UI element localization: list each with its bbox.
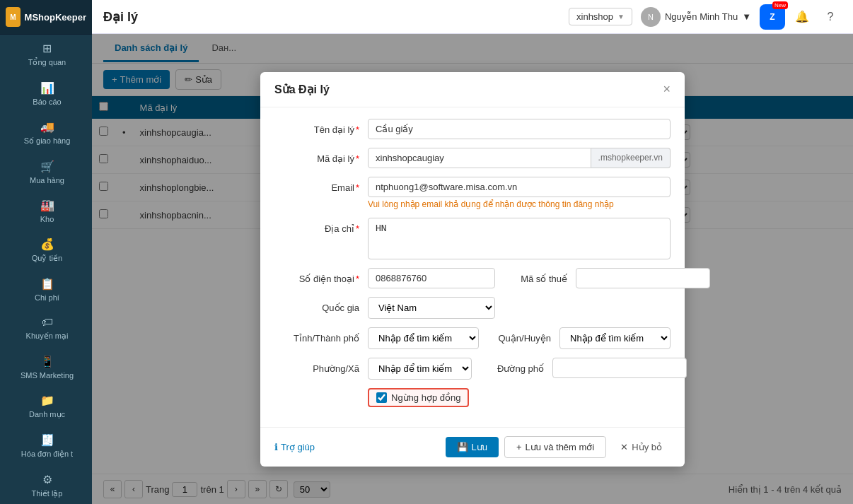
email-input[interactable] [368, 177, 671, 197]
sidebar-item-chi-phi[interactable]: 📋 Chi phí [0, 270, 92, 309]
grid-icon: ⊞ [42, 42, 52, 55]
modal-overlay: Sửa Đại lý × Tên đại lý* [92, 34, 853, 504]
sidebar-label: Báo cáo [33, 98, 61, 106]
warehouse-icon: 🏭 [40, 199, 54, 212]
sidebar-item-hoa-don[interactable]: 🧾 Hóa đơn điện t [0, 426, 92, 466]
so-dien-thoai-input[interactable] [368, 268, 495, 288]
quoc-gia-label: Quốc gia [274, 297, 359, 313]
form-row-ten: Tên đại lý* [274, 119, 671, 139]
expense-icon: 📋 [40, 277, 54, 291]
cancel-label: Hủy bỏ [632, 442, 662, 452]
sidebar-item-khuyen-mai[interactable]: 🏷 Khuyến mại [0, 309, 92, 348]
user-name: Nguyễn Minh Thu [665, 11, 738, 22]
save-icon: 💾 [457, 442, 468, 452]
store-name: xinhshop [576, 11, 613, 22]
ngung-hop-dong-label[interactable]: Ngừng hợp đồng [391, 392, 460, 403]
sidebar-item-quy-tien[interactable]: 💰 Quỹ tiền [0, 230, 92, 270]
sidebar-label: Số giao hàng [24, 136, 71, 146]
sidebar-item-mua-hang[interactable]: 🛒 Mua hàng [0, 153, 92, 192]
page-title: Đại lý [103, 9, 560, 25]
duong-pho-input[interactable] [552, 358, 687, 378]
sidebar-item-danh-muc[interactable]: 📁 Danh mục [0, 387, 92, 426]
form-row-dia-chi: Địa chỉ* HN [274, 218, 671, 259]
form-row-ma: Mã đại lý* .mshopkeeper.vn [274, 148, 671, 168]
app-logo: M MShopKeeper [0, 0, 92, 35]
tinh-tp-label: Tỉnh/Thành phố [274, 327, 359, 344]
save-label: Lưu [472, 442, 487, 452]
form-row-email: Email* Vui lòng nhập email khả dụng để n… [274, 177, 671, 209]
sidebar-item-sms-marketing[interactable]: 📱 SMS Marketing [0, 348, 92, 387]
form-row-sdt-mst: Số điện thoại* Mã số thuế [274, 268, 671, 288]
sidebar-item-tong-quan[interactable]: ⊞ Tổng quan [0, 35, 92, 74]
ma-dai-ly-label: Mã đại lý* [274, 148, 359, 164]
cancel-button[interactable]: ✕ Hủy bỏ [612, 437, 671, 457]
dia-chi-input[interactable]: HN [368, 218, 671, 259]
sidebar-item-kho[interactable]: 🏭 Kho [0, 192, 92, 230]
email-hint: Vui lòng nhập email khả dụng để nhận đượ… [368, 199, 671, 209]
dia-chi-label: Địa chỉ* [274, 218, 359, 234]
save-add-button[interactable]: + Lưu và thêm mới [504, 436, 606, 458]
form-row-phuong-duong: Phường/Xã Nhập để tìm kiếm Đường phố [274, 358, 671, 380]
truck-icon: 🚚 [40, 120, 54, 134]
ngung-hop-dong-row: Ngừng hợp đồng [274, 388, 671, 407]
new-badge: New [772, 1, 788, 9]
close-icon: ✕ [620, 442, 628, 452]
ngung-hop-dong-checkbox[interactable] [376, 392, 387, 403]
chevron-down-icon: ▼ [617, 13, 625, 20]
modal-close-button[interactable]: × [663, 82, 671, 97]
invoice-icon: 🧾 [40, 433, 54, 447]
ten-dai-ly-input[interactable] [368, 119, 671, 139]
modal-footer: ℹ Trợ giúp 💾 Lưu + Lưu và thêm mớ [260, 427, 685, 467]
chart-icon: 📊 [40, 81, 54, 95]
modal-title: Sửa Đại lý [274, 83, 330, 96]
sidebar-label: Quỹ tiền [32, 254, 62, 263]
quan-huyen-label: Quận/Huyện [487, 327, 551, 344]
store-selector[interactable]: xinhshop ▼ [569, 8, 632, 25]
zalo-icon: Z [770, 12, 774, 22]
form-row-quoc-gia: Quốc gia Việt Nam [274, 297, 671, 319]
sidebar: M MShopKeeper ⊞ Tổng quan 📊 Báo cáo 🚚 Số… [0, 0, 92, 504]
phuong-xa-label: Phường/Xã [274, 358, 359, 374]
sidebar-label: Thiết lập [32, 489, 63, 498]
quan-huyen-select[interactable]: Nhập để tìm kiếm [559, 327, 671, 349]
cart-icon: 🛒 [40, 160, 54, 173]
ma-dai-ly-input[interactable] [368, 148, 591, 168]
quoc-gia-select[interactable]: Việt Nam [368, 297, 495, 319]
modal-body: Tên đại lý* Mã đại lý* .mshopkeeper.v [260, 107, 685, 427]
sidebar-label: Mua hàng [30, 176, 64, 184]
sidebar-label: SMS Marketing [21, 371, 74, 380]
duong-pho-label: Đường phố [480, 358, 544, 374]
topbar: Đại lý xinhshop ▼ N Nguyễn Minh Thu ▼ Z … [92, 0, 853, 34]
sidebar-item-bao-cao[interactable]: 📊 Báo cáo [0, 74, 92, 113]
sidebar-nav: ⊞ Tổng quan 📊 Báo cáo 🚚 Số giao hàng 🛒 M… [0, 35, 92, 504]
ten-dai-ly-label: Tên đại lý* [274, 119, 359, 135]
mst-label: Mã số thuế [504, 268, 567, 284]
ma-dai-ly-suffix: .mshopkeeper.vn [591, 148, 671, 168]
save-button[interactable]: 💾 Lưu [446, 437, 499, 457]
logo-icon: M [6, 7, 21, 27]
sidebar-label: Khuyến mại [26, 332, 69, 341]
modal-header: Sửa Đại lý × [260, 72, 685, 107]
sidebar-item-so-giao-hang[interactable]: 🚚 Số giao hàng [0, 113, 92, 153]
sidebar-label: Kho [40, 215, 54, 223]
help-button-modal[interactable]: ℹ Trợ giúp [274, 442, 315, 452]
sms-icon: 📱 [40, 355, 54, 368]
sdt-label: Số điện thoại* [274, 268, 359, 284]
save-add-label: Lưu và thêm mới [526, 442, 595, 452]
phuong-xa-select[interactable]: Nhập để tìm kiếm [368, 358, 472, 380]
help-label: Trợ giúp [281, 442, 315, 452]
footer-right: 💾 Lưu + Lưu và thêm mới ✕ Hủy bỏ [446, 436, 671, 458]
ma-so-thue-input[interactable] [576, 268, 710, 288]
sidebar-item-thiet-lap[interactable]: ⚙ Thiết lập [0, 466, 92, 504]
user-menu[interactable]: N Nguyễn Minh Thu ▼ [641, 7, 751, 27]
zalo-button[interactable]: Z New [760, 4, 785, 30]
notification-button[interactable]: 🔔 [791, 6, 813, 28]
user-chevron-icon: ▼ [742, 11, 751, 22]
tinh-tp-select[interactable]: Nhập để tìm kiếm [368, 327, 479, 349]
sidebar-label: Tổng quan [28, 58, 66, 67]
help-button[interactable]: ? [819, 6, 842, 28]
sidebar-label: Hóa đơn điện t [21, 450, 73, 459]
question-circle-icon: ℹ [274, 442, 278, 452]
form-row-tinh-quan: Tỉnh/Thành phố Nhập để tìm kiếm Quận/Huy… [274, 327, 671, 349]
sidebar-label: Chi phí [35, 293, 59, 302]
